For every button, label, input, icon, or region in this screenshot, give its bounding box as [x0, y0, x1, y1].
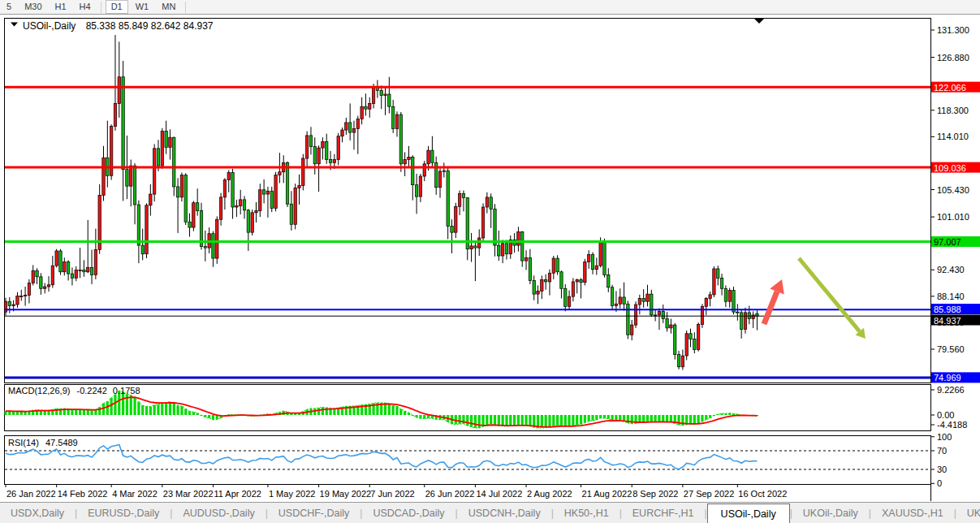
- timeframe-button-MN[interactable]: MN: [156, 0, 181, 14]
- candle-body: [173, 137, 175, 187]
- candle: [642, 289, 645, 308]
- macd-histogram-bar: [180, 406, 183, 415]
- candle-body: [556, 258, 559, 272]
- candle-body: [333, 160, 335, 163]
- macd-histogram-bar: [525, 415, 527, 426]
- candle-body: [709, 295, 711, 299]
- candle: [266, 187, 269, 218]
- candle: [681, 349, 684, 370]
- macd-histogram-bar: [650, 415, 653, 421]
- candle-body: [294, 188, 296, 224]
- macd-histogram-bar: [87, 410, 89, 415]
- candle: [188, 214, 191, 237]
- candle: [141, 229, 144, 261]
- chart-canvas[interactable]: 131.300126.880118.300114.010105.430101.0…: [0, 15, 980, 502]
- candle: [388, 77, 391, 114]
- macd-histogram-bar: [145, 406, 148, 415]
- toolbar-separator: [185, 2, 186, 13]
- candle: [568, 291, 570, 310]
- macd-histogram-bar: [75, 409, 77, 415]
- timeframe-button-5[interactable]: 5: [1, 0, 17, 14]
- timeframe-button-M30[interactable]: M30: [19, 0, 47, 14]
- candle: [670, 318, 672, 333]
- candle-body: [408, 157, 410, 159]
- bullish-arrow[interactable]: [764, 279, 784, 324]
- candle: [165, 121, 167, 154]
- bullish-arrow-shaft: [764, 292, 777, 324]
- candle-body: [235, 205, 238, 207]
- candle-body: [384, 94, 386, 96]
- candle: [251, 210, 253, 236]
- tab-hk50-h1[interactable]: HK50-,H1: [554, 503, 620, 523]
- tab-usdchf-daily[interactable]: USDCHF-,Daily: [268, 503, 360, 523]
- candle-body: [611, 287, 613, 306]
- candle-body: [732, 291, 735, 313]
- tab-ukoil-daily[interactable]: UKOil-,Daily: [792, 503, 869, 523]
- macd-histogram-bar: [478, 415, 481, 428]
- candle-body: [564, 288, 567, 306]
- candle: [438, 168, 441, 197]
- macd-histogram-bar: [188, 411, 191, 415]
- macd-value-main: -0.2242: [76, 386, 106, 395]
- candle-body: [395, 115, 398, 128]
- macd-histogram-bar: [173, 404, 175, 415]
- candle-body: [443, 171, 445, 171]
- candle: [517, 227, 520, 251]
- timeframe-button-D1[interactable]: D1: [106, 0, 128, 14]
- tab-eurchf-h1[interactable]: EURCHF-,H1: [622, 503, 705, 523]
- candle: [587, 250, 589, 269]
- tab-usoil-daily[interactable]: USOil-,Daily: [707, 504, 790, 523]
- candle: [666, 312, 668, 331]
- candle: [223, 178, 226, 210]
- candle: [184, 173, 187, 225]
- candle: [71, 267, 73, 285]
- tab-audusd-daily[interactable]: AUDUSD-,Daily: [172, 503, 265, 523]
- candle: [419, 174, 421, 202]
- candle-body: [380, 90, 382, 95]
- rsi-axis-label: 70: [937, 446, 947, 456]
- candle: [227, 170, 230, 192]
- bearish-arrow[interactable]: [799, 258, 866, 339]
- symbol-dropdown-icon[interactable]: [11, 23, 18, 27]
- candle-body: [247, 210, 249, 232]
- candle: [728, 288, 731, 308]
- tab-usdcnh-daily[interactable]: USDCNH-,Daily: [458, 503, 551, 523]
- candle-body: [399, 115, 402, 164]
- macd-histogram-bar: [646, 415, 649, 421]
- candle-body: [180, 175, 183, 197]
- timeframe-button-H1[interactable]: H1: [50, 0, 72, 14]
- candle-body: [634, 305, 637, 325]
- candle: [274, 172, 277, 212]
- timeframe-button-W1[interactable]: W1: [130, 0, 155, 14]
- candle: [391, 100, 394, 133]
- tab-eurusd-daily[interactable]: EURUSD-,Daily: [77, 503, 170, 523]
- macd-histogram-bar: [486, 415, 488, 425]
- candle-body: [521, 231, 524, 261]
- candle: [20, 290, 23, 301]
- tab-ukoil-daily[interactable]: UKOil-,Daily: [956, 503, 980, 523]
- candle-body: [326, 141, 328, 159]
- candle: [462, 190, 464, 211]
- date-label: 11 Apr 2022: [214, 489, 261, 499]
- macd-histogram-bar: [71, 409, 73, 415]
- tab-xauusd-h1[interactable]: XAUUSD-,H1: [871, 503, 954, 523]
- candle-body: [724, 288, 727, 301]
- tab-usdcad-daily[interactable]: USDCAD-,Daily: [362, 503, 455, 523]
- candle: [458, 190, 460, 214]
- tab-usdx-daily[interactable]: USDX,Daily: [0, 503, 75, 523]
- candle-body: [572, 282, 574, 296]
- candle: [591, 252, 594, 274]
- candle-body: [137, 205, 140, 245]
- rsi-axis-label: 30: [937, 465, 947, 474]
- macd-histogram-bar: [137, 402, 140, 415]
- candle: [709, 292, 711, 306]
- price-badge-label: 74.969: [934, 373, 961, 383]
- candle: [736, 304, 739, 321]
- candle-body: [196, 203, 198, 211]
- timeframe-button-H4[interactable]: H4: [74, 0, 97, 14]
- candle: [560, 270, 563, 298]
- chart-shift-marker-icon[interactable]: [754, 19, 764, 24]
- candle: [638, 295, 641, 314]
- candle: [16, 292, 19, 308]
- candle-body: [32, 270, 34, 283]
